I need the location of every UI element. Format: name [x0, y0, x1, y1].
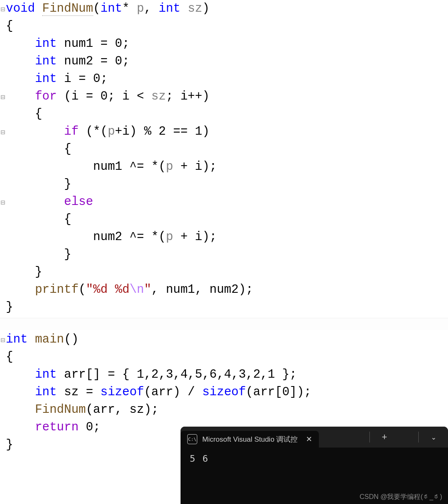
watermark: CSDN @我要学编程(ಥ_ಥ)	[359, 493, 442, 501]
fold-gutter-2[interactable]: ⊟	[0, 331, 6, 455]
terminal-tab-actions: + ⌄	[349, 432, 448, 443]
terminal-output: 5 6	[181, 448, 448, 470]
fold-gutter-1[interactable]: ⊟⊟⊟⊟	[0, 0, 6, 317]
terminal-tab-title: Microsoft Visual Studio 调试控	[202, 435, 298, 444]
block-separator	[0, 318, 448, 330]
tab-divider	[350, 432, 370, 443]
terminal-tab[interactable]: C:\ Microsoft Visual Studio 调试控 ✕	[181, 431, 319, 448]
code-editor-block-1[interactable]: ⊟⊟⊟⊟ void FindNum(int* p, int sz){ int n…	[0, 0, 448, 317]
terminal-tabbar: C:\ Microsoft Visual Studio 调试控 ✕ + ⌄	[181, 427, 448, 448]
tab-dropdown-button[interactable]: ⌄	[424, 433, 443, 441]
cmd-icon: C:\	[187, 434, 197, 444]
code-area-1[interactable]: void FindNum(int* p, int sz){ int num1 =…	[6, 0, 253, 317]
new-tab-button[interactable]: +	[375, 432, 394, 443]
close-icon[interactable]: ✕	[306, 435, 312, 444]
tab-divider	[399, 432, 419, 443]
